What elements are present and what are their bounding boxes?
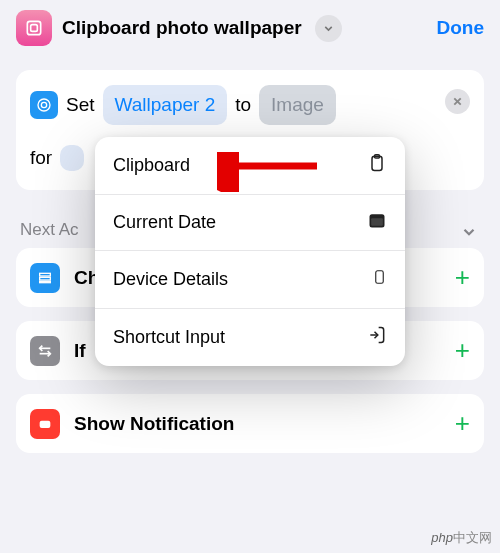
title-chevron[interactable] bbox=[315, 15, 342, 42]
add-action-button[interactable]: + bbox=[455, 262, 470, 293]
popover-label: Current Date bbox=[113, 212, 216, 233]
svg-rect-11 bbox=[40, 420, 51, 427]
action-label: If bbox=[74, 340, 86, 362]
clipboard-icon bbox=[367, 152, 387, 179]
popover-item-clipboard[interactable]: Clipboard bbox=[95, 137, 405, 195]
popover-label: Clipboard bbox=[113, 155, 190, 176]
add-action-button[interactable]: + bbox=[455, 335, 470, 366]
word-for: for bbox=[30, 141, 52, 175]
svg-point-3 bbox=[38, 99, 50, 111]
if-icon bbox=[30, 336, 60, 366]
svg-rect-8 bbox=[40, 281, 51, 282]
svg-rect-7 bbox=[40, 277, 51, 280]
svg-rect-1 bbox=[31, 25, 38, 32]
image-token[interactable]: Image bbox=[259, 85, 336, 125]
svg-rect-0 bbox=[27, 21, 40, 34]
action-suggestion-row[interactable]: Show Notification + bbox=[16, 394, 484, 453]
notification-icon bbox=[30, 409, 60, 439]
wallpaper-token[interactable]: Wallpaper 2 bbox=[103, 85, 228, 125]
svg-rect-16 bbox=[376, 271, 384, 284]
watermark: php中文网 bbox=[431, 529, 492, 547]
add-action-button[interactable]: + bbox=[455, 408, 470, 439]
input-icon bbox=[367, 324, 387, 351]
choose-menu-icon bbox=[30, 263, 60, 293]
popover-label: Device Details bbox=[113, 269, 228, 290]
popover-label: Shortcut Input bbox=[113, 327, 225, 348]
svg-rect-6 bbox=[40, 273, 51, 276]
phone-icon bbox=[372, 266, 387, 293]
watermark-right: 中文网 bbox=[453, 530, 492, 545]
for-token[interactable] bbox=[60, 145, 84, 171]
watermark-left: php bbox=[431, 530, 453, 545]
action-label: Show Notification bbox=[74, 413, 234, 435]
verb-set: Set bbox=[66, 88, 95, 122]
popover-item-shortcut-input[interactable]: Shortcut Input bbox=[95, 309, 405, 366]
shortcut-title[interactable]: Clipboard photo wallpaper bbox=[62, 17, 302, 39]
calendar-icon bbox=[367, 210, 387, 235]
wallpaper-action-icon bbox=[30, 91, 58, 119]
svg-point-2 bbox=[41, 102, 46, 107]
popover-item-current-date[interactable]: Current Date bbox=[95, 195, 405, 251]
variable-picker-popover: Clipboard Current Date Device Details Sh… bbox=[95, 137, 405, 366]
popover-item-device-details[interactable]: Device Details bbox=[95, 251, 405, 309]
word-to: to bbox=[235, 88, 251, 122]
collapse-chevron-icon[interactable] bbox=[460, 223, 478, 245]
done-button[interactable]: Done bbox=[437, 17, 485, 39]
delete-action-button[interactable] bbox=[445, 89, 470, 114]
svg-rect-15 bbox=[371, 218, 383, 226]
header: Clipboard photo wallpaper Done bbox=[0, 0, 500, 60]
shortcut-icon[interactable] bbox=[16, 10, 52, 46]
